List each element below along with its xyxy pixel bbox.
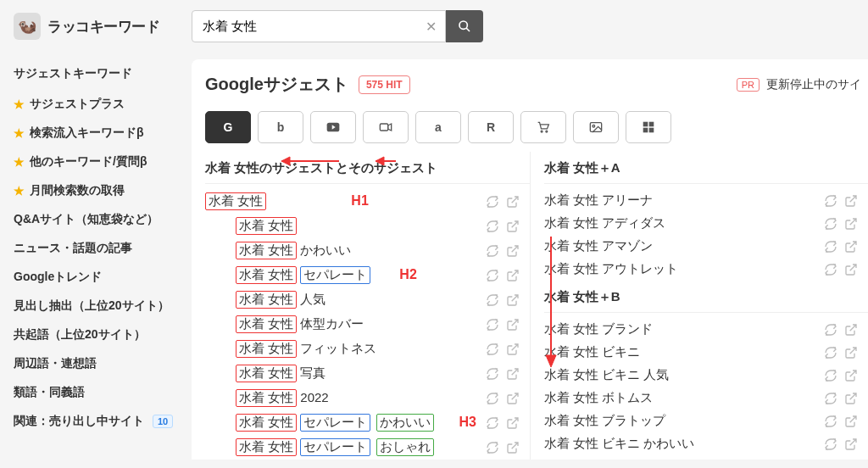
reload-icon[interactable] — [824, 415, 837, 428]
external-icon[interactable] — [844, 392, 858, 405]
reload-icon[interactable] — [824, 240, 837, 254]
external-icon[interactable] — [844, 346, 858, 359]
search-input[interactable] — [192, 10, 446, 42]
external-icon[interactable] — [844, 369, 858, 382]
sidebar-item-11[interactable]: 関連：売り出し中サイト10 — [14, 407, 192, 436]
sidebar-item-0[interactable]: ★サジェストプラス — [14, 90, 192, 119]
sidebar-item-6[interactable]: Googleトレンド — [14, 263, 192, 292]
external-icon[interactable] — [506, 269, 520, 282]
sidebar-item-label: 関連：売り出し中サイト — [14, 414, 144, 429]
reload-icon[interactable] — [824, 263, 837, 276]
logo[interactable]: 🦦 ラッコキーワード — [14, 13, 192, 40]
keyword-row[interactable]: 水着 女性 — [205, 214, 530, 238]
keyword-text: 水着 女性 — [236, 217, 486, 235]
reload-icon[interactable] — [486, 343, 499, 356]
engine-tab-2[interactable] — [310, 111, 356, 143]
keyword-row[interactable]: 水着 女性 体型カバー — [205, 312, 530, 337]
engine-tab-7[interactable] — [573, 111, 619, 143]
reload-icon[interactable] — [824, 323, 837, 337]
reload-icon[interactable] — [824, 437, 837, 451]
engine-tab-4[interactable]: a — [415, 111, 461, 143]
keyword-row[interactable]: 水着 女性 2022 — [205, 386, 530, 410]
keyword-row[interactable]: 水着 女性 ブラトップ — [544, 410, 869, 432]
sidebar: サジェストキーワード ★サジェストプラス★検索流入キーワードβ★他のキーワード/… — [0, 53, 192, 460]
sidebar-item-8[interactable]: 共起語（上位20サイト） — [14, 320, 192, 349]
clear-icon[interactable]: ✕ — [422, 18, 439, 35]
external-icon[interactable] — [844, 263, 858, 276]
external-icon[interactable] — [506, 367, 520, 381]
reload-icon[interactable] — [486, 195, 499, 209]
external-icon[interactable] — [506, 441, 520, 454]
reload-icon[interactable] — [824, 194, 837, 208]
reload-icon[interactable] — [486, 220, 499, 233]
external-icon[interactable] — [844, 437, 858, 451]
keyword-row[interactable]: 水着 女性 人気 — [205, 287, 530, 312]
reload-icon[interactable] — [486, 416, 499, 430]
reload-icon[interactable] — [486, 293, 499, 307]
sidebar-item-4[interactable]: Q&Aサイト（知恵袋など） — [14, 205, 192, 234]
kw-box: 水着 女性 — [236, 340, 297, 358]
row-actions — [486, 318, 520, 332]
reload-icon[interactable] — [486, 392, 499, 405]
sidebar-item-3[interactable]: ★月間検索数の取得 — [14, 176, 192, 205]
keyword-row[interactable]: 水着 女性 ビキニ — [544, 341, 869, 364]
keyword-row[interactable]: 水着 女性 かわいい — [205, 238, 530, 263]
sidebar-item-7[interactable]: 見出し抽出（上位20サイト） — [14, 292, 192, 320]
external-icon[interactable] — [844, 217, 858, 231]
keyword-row[interactable]: 水着 女性 アマゾン — [544, 235, 869, 258]
sidebar-item-10[interactable]: 類語・同義語 — [14, 378, 192, 407]
keyword-row[interactable]: 水着 女性 写真 — [205, 361, 530, 386]
reload-icon[interactable] — [824, 392, 837, 405]
keyword-text: 水着 女性 体型カバー — [236, 315, 486, 333]
section-head-right-0: 水着 女性＋A — [544, 152, 869, 184]
keyword-row[interactable]: 水着 女性 ビキニ かわいい — [544, 432, 869, 455]
engine-tab-6[interactable] — [520, 111, 566, 143]
reload-icon[interactable] — [824, 369, 837, 382]
reload-icon[interactable] — [486, 441, 499, 454]
keyword-row[interactable]: 水着 女性 フィットネス — [205, 337, 530, 361]
keyword-root[interactable]: 水着 女性 H1 — [205, 192, 486, 210]
external-icon[interactable] — [844, 194, 858, 208]
sidebar-item-9[interactable]: 周辺語・連想語 — [14, 349, 192, 378]
reload-icon[interactable] — [486, 244, 499, 258]
h3-box: おしゃれ — [376, 438, 434, 456]
engine-tab-1[interactable]: b — [258, 111, 303, 143]
reload-icon[interactable] — [486, 318, 499, 332]
search-button[interactable] — [446, 10, 483, 42]
keyword-row[interactable]: 水着 女性 セパレート おしゃれ — [205, 435, 530, 460]
engine-tab-0[interactable]: G — [205, 111, 251, 143]
reload-icon[interactable] — [486, 367, 499, 381]
row-actions — [486, 269, 520, 282]
reload-icon[interactable] — [824, 217, 837, 231]
keyword-row[interactable]: 水着 女性 セパレート かわいいH3 — [205, 410, 530, 435]
reload-icon[interactable] — [824, 346, 837, 359]
kw-box: 水着 女性 — [236, 438, 297, 456]
reload-icon[interactable] — [486, 269, 499, 282]
keyword-row[interactable]: 水着 女性 アディダス — [544, 212, 869, 235]
external-icon[interactable] — [506, 392, 520, 405]
external-icon[interactable] — [506, 318, 520, 332]
sidebar-item-2[interactable]: ★他のキーワード/質問β — [14, 148, 192, 176]
external-icon[interactable] — [506, 244, 520, 258]
external-icon[interactable] — [844, 323, 858, 337]
external-icon[interactable] — [844, 415, 858, 428]
keyword-row[interactable]: 水着 女性 ビキニ 人気 — [544, 364, 869, 387]
engine-tab-3[interactable] — [363, 111, 409, 143]
search-bar: ✕ — [192, 10, 483, 42]
engine-tab-8[interactable] — [626, 111, 671, 143]
external-icon[interactable] — [506, 416, 520, 430]
keyword-row[interactable]: 水着 女性 ボトムス — [544, 387, 869, 410]
external-icon[interactable] — [844, 240, 858, 254]
keyword-row[interactable]: 水着 女性 ブランド — [544, 318, 869, 341]
engine-tab-5[interactable]: R — [468, 111, 514, 143]
keyword-text: 水着 女性 ビキニ かわいい — [544, 436, 825, 452]
external-icon[interactable] — [506, 220, 520, 233]
keyword-row[interactable]: 水着 女性 アリーナ — [544, 189, 869, 212]
keyword-row[interactable]: 水着 女性 セパレートH2 — [205, 263, 530, 287]
keyword-row[interactable]: 水着 女性 アウトレット — [544, 258, 869, 281]
sidebar-item-5[interactable]: ニュース・話題の記事 — [14, 234, 192, 263]
external-icon[interactable] — [506, 293, 520, 307]
external-icon[interactable] — [506, 195, 520, 209]
sidebar-item-1[interactable]: ★検索流入キーワードβ — [14, 119, 192, 148]
external-icon[interactable] — [506, 343, 520, 356]
